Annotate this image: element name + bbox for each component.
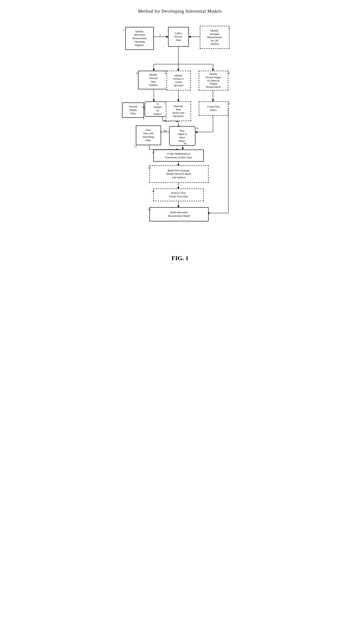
label-8: 8 — [228, 72, 230, 75]
box-remove-slow: Remove Slow Trends From Data — [153, 188, 204, 201]
box-create-filters: Create Data Filters — [199, 102, 228, 116]
box-identify-surrogate: Identify Surrogate Measurements for Lab … — [200, 26, 229, 49]
page-title: Method for Developing Inferential Models — [121, 9, 239, 14]
label-yes-signal: Yes — [163, 129, 167, 132]
box-identify-operating: Identify Inferential Measurement Operati… — [125, 27, 154, 50]
fig-label: FIG. 1 — [121, 255, 239, 262]
label-5: 5 — [143, 117, 144, 120]
label-9: 9 — [228, 102, 230, 106]
page: Method for Developing Inferential Models — [119, 4, 241, 270]
label-6: 6 — [165, 72, 166, 75]
box-identify-unusual: Identify Unusual Data Samples — [138, 71, 169, 89]
label-12: 12 — [152, 151, 154, 154]
box-identify-normal: Identify Normal Ranges for Inputs & Outp… — [199, 71, 228, 90]
label-13: 13 — [148, 166, 151, 170]
label-4: 4 — [136, 72, 138, 75]
box-discard-sample: Discard Sample Value — [122, 102, 144, 118]
label-7: 7 — [164, 102, 166, 106]
label-15: 15 — [148, 208, 151, 211]
flowchart: Identify Inferential Measurement Operati… — [121, 20, 239, 250]
label-1: 1 — [123, 28, 125, 32]
label-11: 11 — [134, 145, 137, 148]
label-14: 14 — [152, 190, 154, 193]
label-no-signal: No — [184, 142, 187, 146]
box-create-math: Create Mathematical Transforms of Raw Da… — [153, 150, 204, 162]
label-2: 2 — [228, 26, 230, 30]
box-eliminate-steady: Eliminate Most Steady-state Operations — [166, 102, 191, 121]
box-filter-data: Filter Data with Smoothing Filter — [136, 126, 161, 145]
box-identify-periods: Identify Periods of Steady Operation — [167, 71, 191, 90]
box-poor-signal: Poor Signal to Noise Ratio? — [169, 126, 195, 146]
label-3: 3 — [159, 34, 161, 37]
label-10: 10 — [196, 126, 199, 130]
box-collect-process: Collect Process Data — [168, 27, 189, 47]
box-build-siso: Build SISO Dynamic Models Between Inputs… — [149, 165, 209, 183]
box-build-inferential: Build Inferential Measurement Model — [149, 207, 209, 222]
